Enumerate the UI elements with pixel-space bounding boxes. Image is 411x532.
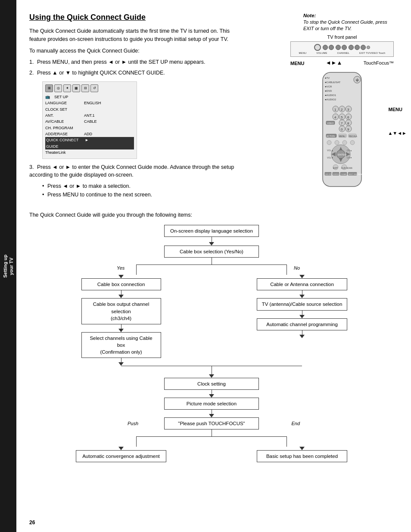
tv-touchfocus-label: TouchFocus™ <box>364 60 394 65</box>
split-h-line <box>136 264 287 265</box>
menu-rows: 📺SET UP LANGUAGEENGLISH CLOCK SET ANT.AN… <box>45 94 134 156</box>
final-right: Basic setup has been completed <box>242 447 362 462</box>
tv-arrow-labels: MENU ◄►▲ TouchFocus™ <box>290 59 394 66</box>
tv-volume-buttons <box>323 45 334 50</box>
svg-text:●CABLE/SAT: ●CABLE/SAT <box>325 81 341 84</box>
left-down-line <box>136 264 137 275</box>
tv-front-panel: MENU VOLUME CHANNEL EXIT TV/VIDEO Touch <box>290 41 394 57</box>
remote-menu-label: MENU <box>389 107 402 112</box>
svg-text:VOL▲: VOL▲ <box>327 149 333 152</box>
tv-touch-btn <box>361 45 366 50</box>
flow-right-3: Automatic channel programming <box>257 318 347 330</box>
tv-power-btn <box>314 44 321 51</box>
menu-row-setup: 📺SET UP <box>45 94 134 100</box>
remote-svg: ●TV ●CABLE/SAT ●VCR ●DVD ●AUDIO1 ●AUDIO2… <box>314 70 370 191</box>
menu-row-theaterlink: TheaterLink <box>45 149 134 156</box>
tv-ch-btn <box>336 45 341 50</box>
svg-text:●DVD: ●DVD <box>325 90 332 92</box>
step-1: 1. Press MENU, and then press ◄ or ► unt… <box>29 58 236 66</box>
tv-misc-buttons <box>349 45 370 50</box>
tv-channel-buttons <box>336 45 347 50</box>
menu-screenshot: ⊞ ◎ ✦ ▦ ⊟ ↺ 📺SET UP LANGUAGEENGLISH CLOC… <box>42 81 137 159</box>
svg-text:S/O STR: S/O STR <box>325 173 332 175</box>
merge-left-h <box>121 366 212 366</box>
main-content: Using the Quick Connect Guide Note: To s… <box>16 0 411 532</box>
arrow-down-complete <box>299 447 305 450</box>
merge-right-h <box>212 366 302 366</box>
svg-text:NEXT SKIP/SEARCH: NEXT SKIP/SEARCH <box>349 173 365 175</box>
svg-text:EXIT: EXIT <box>333 167 338 169</box>
final-left-v <box>136 436 137 447</box>
svg-text:RECALL: RECALL <box>349 135 358 137</box>
flow-section: The Quick Connect Guide will guide you t… <box>29 208 394 462</box>
svg-text:4: 4 <box>334 115 336 119</box>
tv-vol-btn <box>329 45 334 50</box>
no-label: No <box>294 265 300 271</box>
svg-text:CH▲: CH▲ <box>347 149 352 152</box>
menu-row-clock: CLOCK SET <box>45 106 134 112</box>
menu-icon-3: ✦ <box>63 84 71 92</box>
flow-right-2: TV (antenna)/Cable source selection <box>257 298 347 310</box>
flow-box-2: Cable box selection (Yes/No) <box>164 246 259 258</box>
svg-text:9: 9 <box>347 128 349 131</box>
svg-text:ACTION: ACTION <box>327 135 335 137</box>
bullet-2: Press MENU to continue to the next scree… <box>42 190 236 199</box>
svg-text:1: 1 <box>334 108 336 112</box>
svg-text:VIDEO: VIDEO <box>327 122 334 124</box>
svg-point-40 <box>350 140 355 145</box>
svg-text:CLEAR: CLEAR <box>341 173 346 175</box>
flow-convergence: Automatic convergence adjustment <box>76 450 166 462</box>
note-text: To stop the Quick Connect Guide, press E… <box>303 19 394 32</box>
arrow-after-clock <box>209 390 214 398</box>
svg-text:ENTER: ENTER <box>338 153 347 156</box>
flow-complete: Basic setup has been completed <box>257 450 347 462</box>
arrow-left-3 <box>118 358 124 366</box>
step-3: 3. Press ◄ or ► to enter the Quick Conne… <box>29 163 236 180</box>
menu-row-cable: AV/CABLECABLE <box>45 118 134 124</box>
tv-diagrams: TV front panel <box>290 34 394 191</box>
remote-arrows-label: ▲▼◄► <box>388 131 407 136</box>
arrow-left-2 <box>118 324 124 332</box>
right-branch: Cable or Antenna connection TV (antenna)… <box>242 275 362 338</box>
arrow-down <box>209 242 214 246</box>
yes-no-split: Yes No <box>61 258 362 275</box>
arrow-after-picture <box>209 410 214 417</box>
final-split <box>61 429 362 447</box>
menu-icon-5: ⊟ <box>81 84 89 92</box>
left-branch: Cable box connection Cable box output ch… <box>61 275 181 366</box>
sidebar: Setting up your TV <box>0 0 16 532</box>
menu-icon-1: ⊞ <box>45 84 53 92</box>
flow-push: "Please push TOUCHFOCUS" <box>164 417 259 429</box>
svg-text:MENU: MENU <box>339 135 346 137</box>
split-v-line <box>212 258 212 264</box>
menu-row-language: LANGUAGEENGLISH <box>45 100 134 106</box>
svg-text:2: 2 <box>341 108 343 112</box>
tv-small-btn <box>367 46 370 49</box>
menu-row-program: CH. PROGRAM <box>45 125 134 131</box>
step-3-section: 3. Press ◄ or ► to enter the Quick Conne… <box>29 163 236 199</box>
remote-container: ●TV ●CABLE/SAT ●VCR ●DVD ●AUDIO1 ●AUDIO2… <box>290 70 394 191</box>
page-number: 26 <box>29 520 35 526</box>
remote-diagram: ●TV ●CABLE/SAT ●VCR ●DVD ●AUDIO1 ●AUDIO2… <box>290 70 394 191</box>
push-row: Push "Please push TOUCHFOCUS" End <box>61 417 362 429</box>
step-bullets: Press ◄ or ► to make a selection. Press … <box>42 182 236 199</box>
tv-video-btn <box>355 45 360 50</box>
menu-row-ant: ANT.ANT.1 <box>45 112 134 118</box>
tv-front-label: TV front panel <box>290 34 394 40</box>
flow-left-1: Cable box connection <box>81 278 161 290</box>
menu-icon-4: ▦ <box>72 84 80 92</box>
menu-icon-2: ◎ <box>54 84 62 92</box>
flow-diagram: On-screen display language selection Cab… <box>29 225 394 462</box>
merge-lines <box>61 366 362 374</box>
page: Setting up your TV Using the Quick Conne… <box>0 0 411 532</box>
tv-vol-btn <box>323 45 328 50</box>
tv-menu-label: MENU <box>290 61 304 66</box>
flow-intro: The Quick Connect Guide will guide you t… <box>29 212 394 218</box>
note-title: Note: <box>303 13 394 18</box>
sidebar-label: Setting up your TV <box>2 255 15 278</box>
svg-text:7: 7 <box>341 121 343 125</box>
right-down-line <box>286 264 287 275</box>
end-label: End <box>291 421 300 426</box>
steps-section: 1. Press MENU, and then press ◄ or ► unt… <box>29 58 236 77</box>
final-left: Automatic convergence adjustment <box>61 447 181 462</box>
